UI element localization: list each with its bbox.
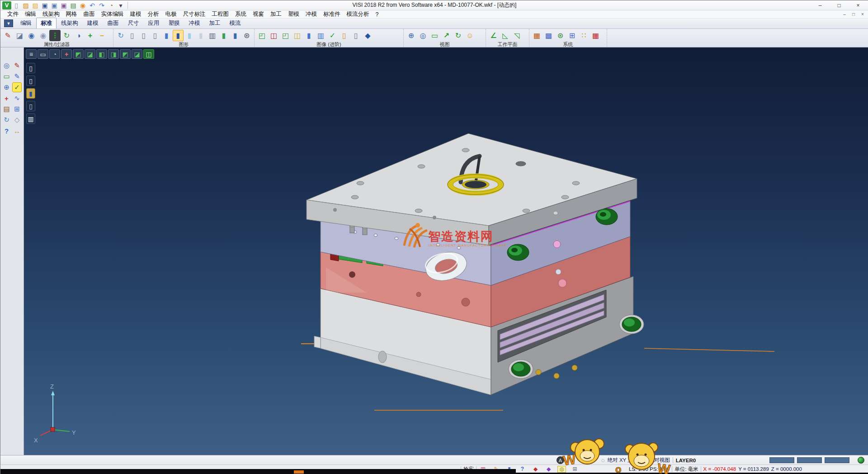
style-hidden-icon[interactable]: ▯ [26,76,35,86]
system-tools-icon[interactable]: ⊛ [555,30,566,41]
spline-edit-icon[interactable]: ∿ [12,93,22,103]
view-observer-icon[interactable]: ☺ [464,30,476,41]
layer-color-bar[interactable] [769,457,794,463]
show-all-icon[interactable]: + [85,30,96,41]
restore-button[interactable]: □ [830,0,849,10]
visibility-toggle-icon[interactable]: ◑ [73,30,84,41]
flat-mode-icon[interactable]: ▮ [195,30,206,41]
child-restore-button[interactable]: □ [850,11,857,17]
wireframe-mode-icon[interactable]: ▯ [127,30,137,41]
hidden-line-mode-icon[interactable]: ▯ [138,30,149,41]
print-icon[interactable]: ▤ [69,1,78,9]
adv-solid-icon[interactable]: ▮ [303,30,315,41]
open-folder-icon[interactable]: ▨ [21,1,30,9]
workplane-axis-icon[interactable]: ∠ [488,30,499,41]
copy-graphics-icon[interactable]: ▮ [230,30,241,41]
zoom-extents-icon[interactable]: ◎ [2,61,11,71]
help-icon[interactable]: ? [2,126,11,136]
pan-view-icon[interactable]: ↗ [441,30,452,41]
style-ghost-icon[interactable]: ▯ [26,101,35,111]
zoom-window-icon[interactable]: ▭ [429,30,440,41]
save-icon[interactable]: ▣ [40,1,49,9]
zoom-window-icon[interactable]: ▭ [2,71,11,81]
layer-color-bar[interactable] [797,457,822,463]
undo-icon[interactable]: ↶ [88,1,97,9]
status-help-icon[interactable]: ? [518,466,527,473]
shaded-mode-icon[interactable]: ▮ [161,30,172,41]
child-close-button[interactable]: × [859,11,866,17]
adv-filter-icon[interactable]: ◫ [268,30,279,41]
tab-apply[interactable]: 应用 [144,18,164,28]
save-all-icon[interactable]: ▣ [59,1,68,9]
history-icon[interactable]: ◔ [107,1,116,9]
workplane-set-icon[interactable]: ◺ [500,30,511,41]
tab-flow[interactable]: 模流 [225,18,245,28]
absolute-view-mode[interactable]: 绝对 XY 上视图 [608,457,643,464]
menu-window[interactable]: 视窗 [250,10,267,18]
menu-wireframe[interactable]: 线架构 [39,10,63,18]
viewport-axis-icon[interactable]: + [61,49,72,59]
menu-system[interactable]: 系统 [232,10,250,18]
transparent-mode-icon[interactable]: ▮ [184,30,195,41]
menu-file[interactable]: 文件 [4,10,22,18]
workplane-align-icon[interactable]: ◹ [511,30,523,41]
status-export-icon[interactable]: ◆ [531,466,540,473]
view-back-icon[interactable]: ◩ [120,49,131,59]
child-minimize-button[interactable]: – [841,11,848,17]
view-bottom-icon[interactable]: ◪ [132,49,142,59]
tab-modeling[interactable]: 建模 [83,18,103,28]
absolute-view-toggle[interactable]: 绝对视图 [649,457,670,464]
status-search-icon[interactable]: ◌ [601,457,605,464]
visi-logo-icon[interactable]: V [2,1,11,9]
measure-icon[interactable]: ↔ [12,126,22,136]
erase-entity-icon[interactable]: ✎ [12,61,22,71]
menu-modeling[interactable]: 建模 [127,10,145,18]
menu-surface[interactable]: 曲面 [80,10,98,18]
tab-dimension[interactable]: 尺寸 [123,18,144,28]
view-right-icon[interactable]: ◧ [96,49,107,59]
layer-color-bar[interactable] [825,457,849,463]
redo-icon[interactable]: ↷ [97,1,106,9]
adv-striped-icon[interactable]: ▥ [315,30,326,41]
menu-solid-edit[interactable]: 实体编辑 [98,10,127,18]
new-file-icon[interactable]: ▯ [12,1,21,9]
tab-edit[interactable]: 编辑 [16,18,36,28]
viewport-menu-icon[interactable]: ≡ [26,49,37,59]
color-palette-icon[interactable]: ▦ [531,30,542,41]
hide-all-icon[interactable]: – [96,30,108,41]
regenerate-icon[interactable]: ↻ [2,115,11,125]
zoom-solid-icon[interactable]: ⊕ [2,82,11,92]
graphics-options-icon[interactable]: ⊛ [241,30,252,41]
menu-electrode[interactable]: 电极 [162,10,180,18]
zoom-extents-icon[interactable]: ◎ [417,30,429,41]
3d-viewport[interactable]: Z X Y 智造资料网 INTELLIGENT MANUFACTURING DA… [24,47,868,455]
tab-molding[interactable]: 塑膜 [164,18,184,28]
tab-machining[interactable]: 加工 [205,18,225,28]
minimize-button[interactable]: – [811,0,830,10]
adv-edit-icon[interactable]: ▯ [339,30,350,41]
online-globe-icon[interactable] [858,457,864,464]
window-panes-icon[interactable]: ⊞ [12,104,22,114]
menu-edit[interactable]: 编辑 [22,10,39,18]
tab-standard[interactable]: 标准 [36,18,57,28]
save-as-icon[interactable]: ▣ [50,1,59,9]
tab-surface[interactable]: 曲面 [103,18,123,28]
view-left-icon[interactable]: ◨ [108,49,119,59]
status-window-icon[interactable]: ⊞ [571,466,579,473]
snap-settings-icon[interactable]: ∷ [578,30,590,41]
show-add-icon[interactable]: ◉ [26,30,37,41]
mold-assembly-model[interactable]: Z X Y 智造资料网 INTELLIGENT MANUFACTURING DA… [24,47,868,455]
menu-help[interactable]: ? [373,11,382,18]
menu-mold[interactable]: 塑模 [285,10,302,18]
view-iso-icon[interactable]: ◫ [143,49,154,59]
style-mesh-icon[interactable]: ▥ [26,114,35,124]
sketch-curve-icon[interactable]: ✎ [12,71,22,81]
graphics-refresh-icon[interactable]: ↻ [115,30,126,41]
hide-remove-icon[interactable]: ◉ [38,30,49,41]
close-button[interactable]: × [849,0,868,10]
menu-dimension[interactable]: 尺寸标注 [180,10,209,18]
open-copy-icon[interactable]: ▨ [31,1,40,9]
style-shaded-icon[interactable]: ▮ [26,88,35,99]
dashed-hidden-mode-icon[interactable]: ▯ [150,30,160,41]
grid-settings-icon[interactable]: ▦ [590,30,601,41]
